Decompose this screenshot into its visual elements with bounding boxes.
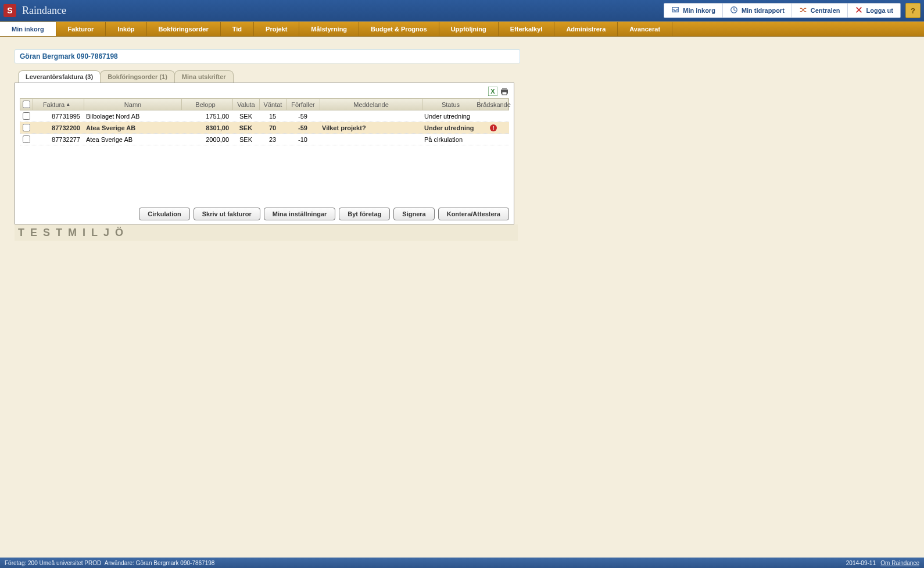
test-env-banner: TESTMILJÖ bbox=[15, 224, 518, 241]
svg-rect-5 bbox=[502, 92, 507, 95]
cell-urgent bbox=[479, 134, 508, 145]
app-logo: S bbox=[3, 4, 16, 17]
nav-min-inkorg[interactable]: Min inkorg bbox=[0, 22, 56, 36]
svg-text:X: X bbox=[490, 88, 495, 95]
cell-belopp: 1751,00 bbox=[181, 110, 232, 122]
cell-status: Under utredning bbox=[422, 122, 479, 133]
select-all-checkbox[interactable] bbox=[23, 101, 30, 108]
cell-namn: Bilbolaget Nord AB bbox=[84, 110, 181, 122]
row-checkbox[interactable] bbox=[23, 135, 30, 143]
cell-faktura: 87732200 bbox=[33, 122, 84, 133]
main-nav: Min inkorgFakturorInköpBokföringsorderTi… bbox=[0, 22, 924, 37]
cell-faktura: 87732277 bbox=[33, 134, 84, 145]
panel-btn-byt-f-retag[interactable]: Byt företag bbox=[339, 208, 390, 220]
panel-btn-skriv-ut-fakturor[interactable]: Skriv ut fakturor bbox=[194, 208, 260, 220]
tab-0[interactable]: Leverantörsfaktura (3) bbox=[18, 70, 101, 83]
panel-btn-kontera-attestera[interactable]: Kontera/Attestera bbox=[438, 208, 509, 220]
close-icon bbox=[855, 6, 863, 15]
row-checkbox[interactable] bbox=[23, 124, 30, 131]
panel-btn-cirkulation[interactable]: Cirkulation bbox=[139, 208, 189, 220]
cell-urgent: ! bbox=[479, 122, 508, 133]
nav-administrera[interactable]: Administrera bbox=[554, 22, 618, 36]
nav-efterkalkyl[interactable]: Efterkalkyl bbox=[499, 22, 555, 36]
about-link[interactable]: Om Raindance bbox=[880, 560, 919, 566]
table-row[interactable]: 87732200Atea Sverige AB8301,00SEK70-59Vi… bbox=[20, 122, 509, 134]
col-status[interactable]: Status bbox=[422, 99, 479, 110]
cell-meddelande: Vilket projekt? bbox=[320, 122, 422, 133]
svg-rect-4 bbox=[502, 88, 507, 90]
nav-bokf-ringsorder[interactable]: Bokföringsorder bbox=[147, 22, 221, 36]
nav-budget-prognos[interactable]: Budget & Prognos bbox=[359, 22, 439, 36]
cell-meddelande bbox=[320, 134, 422, 145]
cell-valuta: SEK bbox=[232, 122, 259, 133]
cell-vantat: 70 bbox=[259, 122, 286, 133]
cell-valuta: SEK bbox=[232, 110, 259, 122]
panel-btn-mina-inst-llningar[interactable]: Mina inställningar bbox=[264, 208, 336, 220]
cell-status: På cirkulation bbox=[422, 134, 479, 145]
nav-ink-p[interactable]: Inköp bbox=[106, 22, 146, 36]
shuffle-icon bbox=[799, 6, 807, 15]
nav-fakturor[interactable]: Fakturor bbox=[56, 22, 106, 36]
cell-urgent bbox=[479, 110, 508, 122]
top-btn-label: Logga ut bbox=[866, 7, 893, 14]
cell-valuta: SEK bbox=[232, 134, 259, 145]
col-valuta[interactable]: Valuta bbox=[233, 99, 260, 110]
excel-icon[interactable]: X bbox=[488, 87, 497, 96]
tab-2[interactable]: Mina utskrifter bbox=[174, 70, 234, 83]
cell-meddelande bbox=[320, 110, 422, 122]
cell-forfaller: -59 bbox=[286, 122, 320, 133]
tab-strip: Leverantörsfaktura (3)Bokföringsorder (1… bbox=[18, 70, 924, 83]
status-date: 2014-09-11 bbox=[846, 560, 876, 566]
top-btn-close[interactable]: Logga ut bbox=[848, 3, 900, 17]
cell-status: Under utredning bbox=[422, 110, 479, 122]
cell-belopp: 2000,00 bbox=[181, 134, 232, 145]
cell-forfaller: -59 bbox=[286, 110, 320, 122]
status-company: Företag: 200 Umeå universitet PROD bbox=[5, 560, 101, 566]
breadcrumb: Göran Bergmark 090-7867198 bbox=[15, 49, 520, 63]
nav-avancerat[interactable]: Avancerat bbox=[618, 22, 672, 36]
cell-namn: Atea Sverige AB bbox=[84, 122, 181, 133]
panel-btn-signera[interactable]: Signera bbox=[393, 208, 434, 220]
cell-vantat: 23 bbox=[259, 134, 286, 145]
cell-vantat: 15 bbox=[259, 110, 286, 122]
urgent-icon: ! bbox=[490, 124, 497, 131]
top-btn-clock[interactable]: Min tidrapport bbox=[723, 3, 792, 17]
col-meddelande[interactable]: Meddelande bbox=[320, 99, 422, 110]
top-btn-shuffle[interactable]: Centralen bbox=[792, 3, 848, 17]
test-env-label: TESTMILJÖ bbox=[18, 227, 129, 239]
nav-m-lstyrning[interactable]: Målstyrning bbox=[299, 22, 359, 36]
panel-buttons: CirkulationSkriv ut fakturorMina inställ… bbox=[139, 208, 509, 220]
inbox-panel: X Faktura▲ Namn Belopp Valuta Väntat För… bbox=[15, 83, 514, 224]
top-btn-inbox[interactable]: Min inkorg bbox=[664, 3, 723, 17]
cell-faktura: 87731995 bbox=[33, 110, 84, 122]
row-checkbox[interactable] bbox=[23, 112, 30, 120]
top-btn-label: Min inkorg bbox=[683, 7, 715, 14]
col-belopp[interactable]: Belopp bbox=[182, 99, 233, 110]
help-button[interactable]: ? bbox=[905, 3, 921, 18]
col-namn[interactable]: Namn bbox=[84, 99, 182, 110]
app-title: Raindance bbox=[22, 5, 66, 17]
nav-uppf-ljning[interactable]: Uppföljning bbox=[439, 22, 499, 36]
status-bar: Företag: 200 Umeå universitet PROD Använ… bbox=[0, 558, 924, 568]
col-bradskande[interactable]: Brådskande bbox=[479, 99, 508, 110]
nav-tid[interactable]: Tid bbox=[221, 22, 254, 36]
top-btn-label: Centralen bbox=[811, 7, 840, 14]
table-row[interactable]: 87732277Atea Sverige AB2000,00SEK23-10På… bbox=[20, 134, 509, 145]
col-faktura[interactable]: Faktura▲ bbox=[33, 99, 84, 110]
breadcrumb-text: Göran Bergmark 090-7867198 bbox=[20, 52, 118, 60]
nav-projekt[interactable]: Projekt bbox=[254, 22, 299, 36]
inbox-icon bbox=[671, 6, 679, 15]
col-forfaller[interactable]: Förfaller bbox=[286, 99, 320, 110]
print-icon[interactable] bbox=[500, 87, 509, 96]
cell-forfaller: -10 bbox=[286, 134, 320, 145]
top-buttons: Min inkorgMin tidrapportCentralenLogga u… bbox=[664, 3, 901, 18]
table-row[interactable]: 87731995Bilbolaget Nord AB1751,00SEK15-5… bbox=[20, 110, 509, 122]
tab-1[interactable]: Bokföringsorder (1) bbox=[100, 70, 175, 83]
col-vantat[interactable]: Väntat bbox=[260, 99, 286, 110]
top-btn-label: Min tidrapport bbox=[742, 7, 785, 14]
clock-icon bbox=[730, 6, 738, 15]
grid-header: Faktura▲ Namn Belopp Valuta Väntat Förfa… bbox=[20, 98, 509, 110]
invoice-grid: Faktura▲ Namn Belopp Valuta Väntat Förfa… bbox=[20, 98, 509, 145]
sort-asc-icon: ▲ bbox=[66, 102, 70, 107]
cell-namn: Atea Sverige AB bbox=[84, 134, 181, 145]
